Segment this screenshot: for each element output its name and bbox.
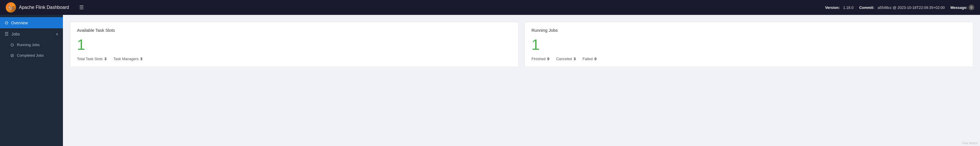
sidebar: ⊙ Overview ☰ Jobs ∧ ⊙ Running Jobs ⊘ Com…: [0, 15, 63, 146]
running-jobs-big-number: 1: [531, 37, 966, 52]
total-task-slots-label: Total Task Slots: [77, 57, 103, 61]
logo-icon: 🐿️: [6, 2, 16, 13]
version-label: Version:: [825, 5, 840, 10]
task-managers-stat: Task Managers 3: [113, 57, 142, 61]
canceled-value: 3: [574, 57, 576, 61]
task-slots-stats: Total Task Slots 3 Task Managers 3: [77, 57, 511, 61]
running-jobs-card: Running Jobs 1 Finished 0 Canceled 3 Fai…: [524, 22, 973, 67]
version-info: Version: 1.18.0: [825, 5, 854, 10]
commit-value: a5548cc @ 2023-10-18T22:09:35+02:00: [878, 5, 945, 10]
failed-label: Failed: [583, 57, 593, 61]
footer-credit: Flink WebUI: [962, 142, 978, 145]
sidebar-item-completed-jobs[interactable]: ⊘ Completed Jobs: [0, 50, 63, 61]
overview-icon: ⊙: [5, 20, 8, 26]
cards-row: Available Task Slots 1 Total Task Slots …: [70, 22, 973, 67]
header: 🐿️ Apache Flink Dashboard ☰ Version: 1.1…: [0, 0, 980, 15]
total-task-slots-value: 3: [104, 57, 107, 61]
sidebar-jobs-group[interactable]: ☰ Jobs ∧: [0, 28, 63, 40]
total-task-slots-stat: Total Task Slots 3: [77, 57, 107, 61]
chevron-up-icon: ∧: [56, 32, 58, 36]
completed-jobs-icon: ⊘: [10, 53, 14, 58]
sidebar-item-running-jobs-label: Running Jobs: [17, 43, 40, 47]
commit-info: Commit: a5548cc @ 2023-10-18T22:09:35+02…: [859, 5, 945, 10]
failed-value: 0: [594, 57, 597, 61]
task-slots-big-number: 1: [77, 37, 511, 52]
finished-stat: Finished 0: [531, 57, 549, 61]
commit-label: Commit:: [859, 5, 875, 10]
menu-icon[interactable]: ☰: [79, 4, 84, 11]
task-managers-label: Task Managers: [113, 57, 138, 61]
header-right: Version: 1.18.0 Commit: a5548cc @ 2023-1…: [825, 5, 974, 10]
main-layout: ⊙ Overview ☰ Jobs ∧ ⊙ Running Jobs ⊘ Com…: [0, 15, 980, 146]
finished-value: 0: [547, 57, 549, 61]
canceled-label: Canceled: [556, 57, 572, 61]
message-label: Message:: [951, 5, 967, 10]
running-jobs-icon: ⊙: [10, 42, 14, 48]
failed-stat: Failed 0: [583, 57, 597, 61]
task-slots-card-title: Available Task Slots: [77, 28, 511, 33]
content-area: Available Task Slots 1 Total Task Slots …: [63, 15, 980, 146]
running-jobs-card-title: Running Jobs: [531, 28, 966, 33]
message-count-badge: 0: [969, 5, 974, 10]
task-managers-value: 3: [140, 57, 142, 61]
sidebar-item-completed-jobs-label: Completed Jobs: [17, 53, 44, 58]
sidebar-jobs-label: Jobs: [11, 32, 20, 36]
version-value: 1.18.0: [843, 5, 854, 10]
task-slots-card: Available Task Slots 1 Total Task Slots …: [70, 22, 519, 67]
sidebar-item-overview[interactable]: ⊙ Overview: [0, 17, 63, 28]
jobs-icon: ☰: [5, 31, 9, 37]
running-jobs-stats: Finished 0 Canceled 3 Failed 0: [531, 57, 966, 61]
finished-label: Finished: [531, 57, 546, 61]
message-info: Message: 0: [951, 5, 974, 10]
logo-area: 🐿️ Apache Flink Dashboard: [6, 2, 69, 13]
header-left: 🐿️ Apache Flink Dashboard ☰: [6, 2, 84, 13]
app-title: Apache Flink Dashboard: [19, 5, 69, 10]
canceled-stat: Canceled 3: [556, 57, 576, 61]
sidebar-item-overview-label: Overview: [11, 21, 28, 25]
sidebar-jobs-group-left: ☰ Jobs: [5, 31, 20, 37]
sidebar-item-running-jobs[interactable]: ⊙ Running Jobs: [0, 40, 63, 50]
